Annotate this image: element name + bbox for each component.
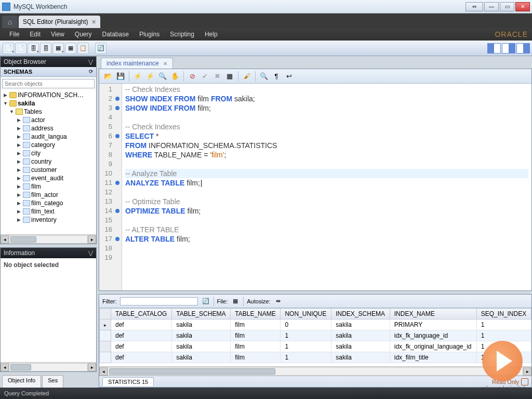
new-table-button[interactable]: ▦+ xyxy=(52,43,64,54)
tree-table-film_text[interactable]: ▶film_text xyxy=(1,207,96,216)
execute-icon[interactable]: ⚡ xyxy=(132,71,143,82)
tree-tables[interactable]: ▼Tables xyxy=(1,108,96,116)
layout-bottom-button[interactable] xyxy=(502,43,515,54)
tree-table-actor[interactable]: ▶actor xyxy=(1,116,96,124)
close-tab-icon[interactable]: ✕ xyxy=(91,19,96,25)
new-sql-file-button[interactable]: 📄 xyxy=(15,43,26,54)
main-toolbar: 📄+ 📄 🗄+ 🗄 ▦+ ▦ 📋 🔄 xyxy=(0,41,532,56)
col-INDEX_NAME[interactable]: INDEX_NAME xyxy=(390,309,476,320)
schema-tree[interactable]: ▶INFORMATION_SCH…▼sakila▼Tables▶actor▶ad… xyxy=(1,90,96,234)
col-TABLE_SCHEMA[interactable]: TABLE_SCHEMA xyxy=(172,309,231,320)
filter-input[interactable] xyxy=(120,297,198,305)
tree-table-customer[interactable]: ▶customer xyxy=(1,166,96,174)
save-file-icon[interactable]: 💾 xyxy=(115,71,126,82)
scroll-left-icon[interactable]: ◂ xyxy=(1,235,9,244)
title-bar: MySQL Workbench ⇔ — ▭ ✕ xyxy=(0,0,532,14)
toggle-autocommit-icon[interactable]: ⊘ xyxy=(187,71,198,82)
tree-table-event_audit[interactable]: ▶event_audit xyxy=(1,174,96,182)
explain-icon[interactable]: 🔍 xyxy=(157,71,168,82)
object-browser-header: Object Browser ⋁ xyxy=(1,57,96,67)
maximize-button[interactable]: ▭ xyxy=(500,2,514,11)
tree-table-city[interactable]: ▶city xyxy=(1,149,96,157)
rollback-icon[interactable]: ✖ xyxy=(211,71,223,82)
execute-current-icon[interactable]: ⚡ xyxy=(144,71,156,82)
sidebar-bottom-tabs: Object Info Ses xyxy=(0,375,97,388)
table-row[interactable]: defsakilafilm1sakilaidx_fk_language_id1 xyxy=(100,330,531,341)
col-INDEX_SCHEMA[interactable]: INDEX_SCHEMA xyxy=(331,309,390,320)
export-icon[interactable]: ▦ xyxy=(231,297,240,306)
editor-tab-index-maintenance[interactable]: index maintenance ✕ xyxy=(101,58,173,69)
new-connection-button[interactable]: 🗄+ xyxy=(28,43,39,54)
new-view-button[interactable]: ▦ xyxy=(65,43,76,54)
toggle-invisible-icon[interactable]: ¶ xyxy=(271,71,282,82)
tree-table-film_actor[interactable]: ▶film_actor xyxy=(1,191,96,199)
tree-table-audit_langua[interactable]: ▶audit_langua xyxy=(1,132,96,141)
menu-help[interactable]: Help xyxy=(200,29,223,39)
collapse-panel-icon[interactable]: ⋁ xyxy=(88,59,93,65)
sql-editor-tab[interactable]: SQL Editor (Pluralsight) ✕ xyxy=(19,16,100,28)
commit-icon[interactable]: ✔ xyxy=(199,71,210,82)
close-editor-tab-icon[interactable]: ✕ xyxy=(163,61,167,66)
new-routine-button[interactable]: 📋 xyxy=(77,43,89,54)
minimize-button[interactable]: — xyxy=(484,2,499,11)
menu-database[interactable]: Database xyxy=(97,29,134,39)
tree-information-schema[interactable]: ▶INFORMATION_SCH… xyxy=(1,91,96,99)
scroll-left-icon[interactable]: ◂ xyxy=(1,363,9,371)
col-TABLE_NAME[interactable]: TABLE_NAME xyxy=(231,309,281,320)
scroll-right-icon[interactable]: ▸ xyxy=(88,235,96,244)
scroll-left-icon[interactable]: ◂ xyxy=(99,367,108,376)
reconnect-button[interactable]: 🔄 xyxy=(95,43,107,54)
open-file-icon[interactable]: 📂 xyxy=(102,71,114,82)
table-row[interactable]: defsakilafilm0sakilaPRIMARY1 xyxy=(100,320,531,330)
tree-sakila[interactable]: ▼sakila xyxy=(1,99,96,108)
menu-file[interactable]: File xyxy=(4,29,24,39)
beautify-icon[interactable]: 🖌 xyxy=(241,71,252,82)
search-objects-input[interactable] xyxy=(2,79,95,88)
tree-scrollbar[interactable]: ◂ ▸ xyxy=(1,234,96,244)
menu-edit[interactable]: Edit xyxy=(24,29,46,39)
object-info-tab[interactable]: Object Info xyxy=(2,375,41,388)
scroll-right-icon[interactable]: ▸ xyxy=(88,363,96,371)
tree-table-address[interactable]: ▶address xyxy=(1,124,96,132)
close-button[interactable]: ✕ xyxy=(515,2,530,11)
menu-view[interactable]: View xyxy=(46,29,70,39)
tree-table-film[interactable]: ▶film xyxy=(1,182,96,191)
col-NON_UNIQUE[interactable]: NON_UNIQUE xyxy=(281,309,331,320)
scroll-right-icon[interactable]: ▸ xyxy=(523,367,531,376)
find-icon[interactable]: 🔍 xyxy=(258,71,270,82)
watermark: pluralsight xyxy=(480,384,526,395)
tree-table-category[interactable]: ▶category xyxy=(1,141,96,149)
new-sql-tab-button[interactable]: 📄+ xyxy=(3,43,14,54)
stop-icon[interactable]: ✋ xyxy=(169,71,181,82)
home-tab[interactable]: ⌂ xyxy=(2,16,18,28)
results-tab[interactable]: STATISTICS 15 xyxy=(102,377,154,386)
menu-query[interactable]: Query xyxy=(70,29,97,39)
toggle-limit-icon[interactable]: ▦ xyxy=(224,71,235,82)
table-row[interactable]: defsakilafilm1sakilaidx_film_title1 xyxy=(100,352,531,363)
layout-right-button[interactable] xyxy=(516,43,530,54)
table-row[interactable]: defsakilafilm1sakilaidx_fk_original_lang… xyxy=(100,341,531,352)
layout-left-button[interactable] xyxy=(487,43,501,54)
refresh-results-icon[interactable]: 🔄 xyxy=(201,297,210,306)
session-tab[interactable]: Ses xyxy=(42,375,63,388)
collapse-info-icon[interactable]: ⋁ xyxy=(88,250,93,257)
tree-table-country[interactable]: ▶country xyxy=(1,157,96,166)
information-label: Information xyxy=(4,249,35,257)
swap-button[interactable]: ⇔ xyxy=(466,2,483,11)
sql-editor-tab-label: SQL Editor (Pluralsight) xyxy=(23,18,88,25)
refresh-schemas-icon[interactable]: ⟳ xyxy=(89,69,93,75)
code-editor[interactable]: 12345678910111213141516171819 -- Check I… xyxy=(99,84,531,290)
col-TABLE_CATALOG[interactable]: TABLE_CATALOG xyxy=(111,309,172,320)
tree-table-inventory[interactable]: ▶inventory xyxy=(1,216,96,224)
information-body: No object selected xyxy=(1,258,96,362)
autosize-icon[interactable]: ⇹ xyxy=(274,297,283,306)
results-grid[interactable]: TABLE_CATALOGTABLE_SCHEMATABLE_NAMENON_U… xyxy=(99,308,531,366)
toggle-wrap-icon[interactable]: ↩ xyxy=(283,71,295,82)
results-scrollbar[interactable]: ◂ ▸ xyxy=(99,366,531,376)
menu-plugins[interactable]: Plugins xyxy=(134,29,165,39)
info-scrollbar[interactable]: ◂ ▸ xyxy=(1,362,96,371)
tree-table-film_catego[interactable]: ▶film_catego xyxy=(1,199,96,207)
col-SEQ_IN_INDEX[interactable]: SEQ_IN_INDEX xyxy=(476,309,531,320)
menu-scripting[interactable]: Scripting xyxy=(165,29,200,39)
new-schema-button[interactable]: 🗄 xyxy=(40,43,51,54)
